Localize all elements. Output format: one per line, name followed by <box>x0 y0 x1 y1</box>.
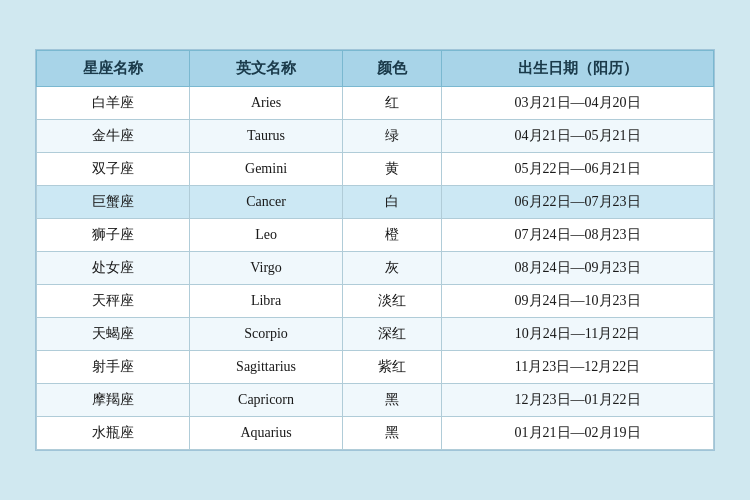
cell-chinese-name: 巨蟹座 <box>37 186 190 219</box>
cell-chinese-name: 狮子座 <box>37 219 190 252</box>
table-row: 天秤座Libra淡红09月24日—10月23日 <box>37 285 714 318</box>
cell-chinese-name: 摩羯座 <box>37 384 190 417</box>
cell-chinese-name: 金牛座 <box>37 120 190 153</box>
cell-color: 白 <box>343 186 442 219</box>
cell-color: 红 <box>343 87 442 120</box>
cell-english-name: Gemini <box>190 153 343 186</box>
cell-english-name: Libra <box>190 285 343 318</box>
cell-english-name: Cancer <box>190 186 343 219</box>
table-row: 白羊座Aries红03月21日—04月20日 <box>37 87 714 120</box>
cell-english-name: Leo <box>190 219 343 252</box>
cell-dates: 04月21日—05月21日 <box>442 120 714 153</box>
cell-chinese-name: 天秤座 <box>37 285 190 318</box>
cell-dates: 08月24日—09月23日 <box>442 252 714 285</box>
table-row: 天蝎座Scorpio深红10月24日—11月22日 <box>37 318 714 351</box>
header-chinese-name: 星座名称 <box>37 51 190 87</box>
header-dates: 出生日期（阳历） <box>442 51 714 87</box>
cell-dates: 05月22日—06月21日 <box>442 153 714 186</box>
cell-dates: 12月23日—01月22日 <box>442 384 714 417</box>
cell-english-name: Taurus <box>190 120 343 153</box>
table-row: 水瓶座Aquarius黑01月21日—02月19日 <box>37 417 714 450</box>
table-row: 处女座Virgo灰08月24日—09月23日 <box>37 252 714 285</box>
table-row: 狮子座Leo橙07月24日—08月23日 <box>37 219 714 252</box>
cell-chinese-name: 白羊座 <box>37 87 190 120</box>
cell-chinese-name: 处女座 <box>37 252 190 285</box>
header-english-name: 英文名称 <box>190 51 343 87</box>
cell-color: 淡红 <box>343 285 442 318</box>
cell-dates: 09月24日—10月23日 <box>442 285 714 318</box>
cell-chinese-name: 射手座 <box>37 351 190 384</box>
table-row: 摩羯座Capricorn黑12月23日—01月22日 <box>37 384 714 417</box>
cell-dates: 10月24日—11月22日 <box>442 318 714 351</box>
cell-dates: 03月21日—04月20日 <box>442 87 714 120</box>
cell-dates: 06月22日—07月23日 <box>442 186 714 219</box>
cell-english-name: Capricorn <box>190 384 343 417</box>
cell-color: 黑 <box>343 384 442 417</box>
cell-color: 黑 <box>343 417 442 450</box>
table-row: 巨蟹座Cancer白06月22日—07月23日 <box>37 186 714 219</box>
cell-chinese-name: 水瓶座 <box>37 417 190 450</box>
cell-color: 绿 <box>343 120 442 153</box>
cell-english-name: Sagittarius <box>190 351 343 384</box>
cell-color: 黄 <box>343 153 442 186</box>
cell-color: 紫红 <box>343 351 442 384</box>
table-body: 白羊座Aries红03月21日—04月20日金牛座Taurus绿04月21日—0… <box>37 87 714 450</box>
cell-chinese-name: 天蝎座 <box>37 318 190 351</box>
cell-english-name: Aries <box>190 87 343 120</box>
zodiac-table: 星座名称 英文名称 颜色 出生日期（阳历） 白羊座Aries红03月21日—04… <box>36 50 714 450</box>
zodiac-table-container: 星座名称 英文名称 颜色 出生日期（阳历） 白羊座Aries红03月21日—04… <box>35 49 715 451</box>
cell-color: 橙 <box>343 219 442 252</box>
header-color: 颜色 <box>343 51 442 87</box>
cell-color: 深红 <box>343 318 442 351</box>
cell-dates: 11月23日—12月22日 <box>442 351 714 384</box>
cell-dates: 01月21日—02月19日 <box>442 417 714 450</box>
table-header-row: 星座名称 英文名称 颜色 出生日期（阳历） <box>37 51 714 87</box>
cell-chinese-name: 双子座 <box>37 153 190 186</box>
cell-color: 灰 <box>343 252 442 285</box>
cell-dates: 07月24日—08月23日 <box>442 219 714 252</box>
table-row: 金牛座Taurus绿04月21日—05月21日 <box>37 120 714 153</box>
table-row: 双子座Gemini黄05月22日—06月21日 <box>37 153 714 186</box>
table-row: 射手座Sagittarius紫红11月23日—12月22日 <box>37 351 714 384</box>
cell-english-name: Virgo <box>190 252 343 285</box>
cell-english-name: Aquarius <box>190 417 343 450</box>
cell-english-name: Scorpio <box>190 318 343 351</box>
